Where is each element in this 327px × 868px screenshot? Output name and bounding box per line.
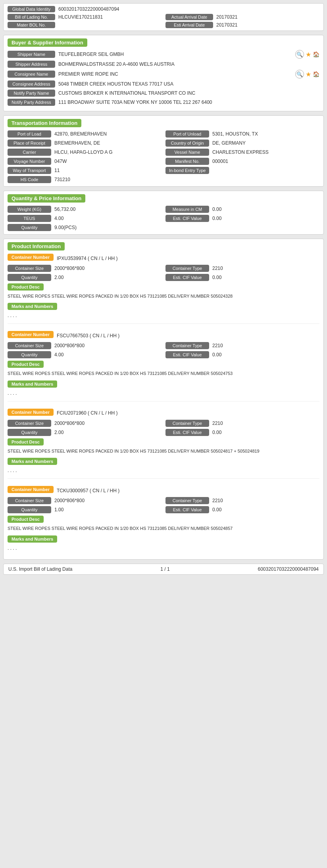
country-of-origin-cell: Country of Origin DE, GERMANY xyxy=(165,140,319,147)
shipper-icons: 🔍 ★ 🏠 xyxy=(292,50,319,59)
c1-marks-tag: Marks and Numbers xyxy=(8,300,319,312)
consignee-name-row: Consignee Name PREMIER WIRE ROPE INC 🔍 ★… xyxy=(8,70,319,78)
c4-qty-label: Quantity xyxy=(8,506,51,513)
country-of-origin-value: DE, GERMANY xyxy=(212,140,319,146)
c2-product-desc-text: STEEL WIRE ROPES STEEL WIRE ROPES PACKED… xyxy=(8,371,319,377)
c4-product-desc-button[interactable]: Product Desc xyxy=(8,516,44,523)
measure-in-cm-label: Measure in CM xyxy=(165,206,209,213)
teus-label: TEUS xyxy=(8,215,51,222)
global-data-identity-value: 60032017032220000487094 xyxy=(58,6,119,12)
port-of-load-label: Port of Load xyxy=(8,130,51,138)
actual-arrival-date-label: Actual Arrival Date xyxy=(165,14,213,20)
c2-cif-cell: Esti. CIF Value 0.00 xyxy=(165,351,319,358)
container-4-number-row: Container Number TCKU3000957 ( CN / L / … xyxy=(8,486,319,495)
shipper-home-icon[interactable]: 🏠 xyxy=(313,51,319,57)
container-3-number-row: Container Number FCIU2071960 ( CN / L / … xyxy=(8,409,319,418)
c1-type-cell: Container Type 2210 xyxy=(165,265,319,272)
voyage-number-cell: Voyage Number 047W xyxy=(8,158,162,165)
c1-type-value: 2210 xyxy=(212,266,319,271)
buyer-supplier-section: Buyer & Supplier Information Shipper Nam… xyxy=(3,35,324,111)
notify-party-address-label: Notify Party Address xyxy=(8,99,55,106)
carrier-cell: Carrier HLCU, HAPAG-LLOYD A G xyxy=(8,149,162,156)
c2-type-value: 2210 xyxy=(212,343,319,348)
c2-size-label: Container Size xyxy=(8,342,51,349)
carrier-label: Carrier xyxy=(8,149,51,156)
container-3-number-label: Container Number xyxy=(8,409,54,416)
c3-type-value: 2210 xyxy=(212,421,319,426)
way-of-transport-value: 11 xyxy=(54,168,162,173)
consignee-home-icon[interactable]: 🏠 xyxy=(313,71,319,77)
c3-marks-button[interactable]: Marks and Numbers xyxy=(8,458,57,465)
container-2-number-label: Container Number xyxy=(8,331,54,338)
quantity-price-grid: Weight (KG) 56,732.00 Measure in CM 0.00… xyxy=(8,206,319,231)
container-2-number-row: Container Number FSCU7667503 ( CN / L / … xyxy=(8,331,319,340)
notify-party-name-value: CUSTOMS BROKER K INTERNATIONAL TRANSPORT… xyxy=(58,90,319,96)
container-1-number-row: Container Number IPXU3539974 ( CN / L / … xyxy=(8,254,319,263)
c4-type-cell: Container Type 2210 xyxy=(165,497,319,504)
in-bond-entry-type-cell: In-bond Entry Type xyxy=(165,167,319,174)
port-of-unload-label: Port of Unload xyxy=(165,130,209,138)
c3-product-desc-tag: Product Desc xyxy=(8,436,319,447)
transportation-section: Transportation Information Port of Load … xyxy=(3,115,324,187)
footer-center: 1 / 1 xyxy=(160,566,169,572)
consignee-name-label: Consignee Name xyxy=(8,71,55,78)
c4-marks-button[interactable]: Marks and Numbers xyxy=(8,535,57,543)
container-4-number-label: Container Number xyxy=(8,486,54,493)
c1-marks-button[interactable]: Marks and Numbers xyxy=(8,303,57,310)
c3-size-cell: Container Size 2000*806*800 xyxy=(8,420,162,427)
c4-size-value: 2000*806*800 xyxy=(54,498,162,503)
c3-qty-value: 2.00 xyxy=(54,430,162,435)
shipper-star-icon[interactable]: ★ xyxy=(306,51,311,58)
c4-marks-text: . . . . xyxy=(8,545,319,551)
way-of-transport-label: Way of Transport xyxy=(8,167,51,174)
c3-cif-label: Esti. CIF Value xyxy=(165,429,209,436)
c2-cif-label: Esti. CIF Value xyxy=(165,351,209,358)
notify-party-address-value: 111 BROADWAY SUITE 703A NEW YORK NY 1000… xyxy=(58,99,319,105)
c4-cif-label: Esti. CIF Value xyxy=(165,506,209,513)
c2-product-desc-button[interactable]: Product Desc xyxy=(8,361,44,368)
shipper-search-icon[interactable]: 🔍 xyxy=(295,50,304,59)
c2-size-value: 2000*806*800 xyxy=(54,343,162,348)
consignee-star-icon[interactable]: ★ xyxy=(306,71,311,78)
manifest-no-cell: Manifest No. 000001 xyxy=(165,158,319,165)
c1-qty-cell: Quantity 2.00 xyxy=(8,274,162,281)
c1-product-desc-text: STEEL WIRE ROPES STEEL WIRE ROPES PACKED… xyxy=(8,293,319,299)
c3-product-desc-text: STEEL WIRE ROPES STEEL WIRE ROPES PACKED… xyxy=(8,448,319,454)
quantity-price-section: Quantity & Price Information Weight (KG)… xyxy=(3,191,324,235)
place-of-receipt-cell: Place of Receipt BREMERHAVEN, DE xyxy=(8,140,162,147)
hs-code-label: HS Code xyxy=(8,176,51,183)
c4-size-label: Container Size xyxy=(8,497,51,504)
c3-size-label: Container Size xyxy=(8,420,51,427)
c2-marks-tag: Marks and Numbers xyxy=(8,378,319,389)
c2-marks-button[interactable]: Marks and Numbers xyxy=(8,380,57,388)
c1-cif-label: Esti. CIF Value xyxy=(165,274,209,281)
teus-value: 4.00 xyxy=(54,216,162,221)
shipper-name-value: TEUFELBERGER SEIL GMBH xyxy=(58,52,292,57)
shipper-address-value: BOHMERWALDSTRASSE 20 A-4600 WELS AUSTRIA xyxy=(58,61,319,67)
esti-arrival-date-value: 20170321 xyxy=(216,22,237,28)
consignee-name-value: PREMIER WIRE ROPE INC xyxy=(58,71,292,77)
c1-cif-cell: Esti. CIF Value 0.00 xyxy=(165,274,319,281)
esti-cif-value-label: Esti. CIF Value xyxy=(165,215,209,222)
c1-size-value: 2000*806*800 xyxy=(54,266,162,271)
vessel-name-value: CHARLESTON EXPRESS xyxy=(212,149,319,155)
c1-qty-label: Quantity xyxy=(8,274,51,281)
mater-bol-label: Mater BOL No. xyxy=(8,22,55,28)
c1-product-desc-tag: Product Desc xyxy=(8,281,319,292)
global-data-identity-label: Global Data Identity xyxy=(8,6,55,12)
footer-right: 60032017032220000487094 xyxy=(258,566,319,572)
c3-type-cell: Container Type 2210 xyxy=(165,420,319,427)
c4-type-label: Container Type xyxy=(165,497,209,504)
c3-product-desc-button[interactable]: Product Desc xyxy=(8,438,44,445)
consignee-search-icon[interactable]: 🔍 xyxy=(295,70,304,78)
c3-size-value: 2000*806*800 xyxy=(54,421,162,426)
bill-of-lading-value: HLCUVIE170211831 xyxy=(58,14,103,20)
container-block-2: Container Number FSCU7667503 ( CN / L / … xyxy=(8,331,319,401)
c3-marks-text: . . . . xyxy=(8,468,319,473)
way-of-transport-cell: Way of Transport 11 xyxy=(8,167,162,174)
container-1-number-value: IPXU3539974 ( CN / L / HH ) xyxy=(57,256,118,261)
c1-product-desc-button[interactable]: Product Desc xyxy=(8,283,44,291)
shipper-name-label: Shipper Name xyxy=(8,51,55,58)
c4-cif-value: 0.00 xyxy=(212,507,319,512)
c3-qty-label: Quantity xyxy=(8,429,51,436)
